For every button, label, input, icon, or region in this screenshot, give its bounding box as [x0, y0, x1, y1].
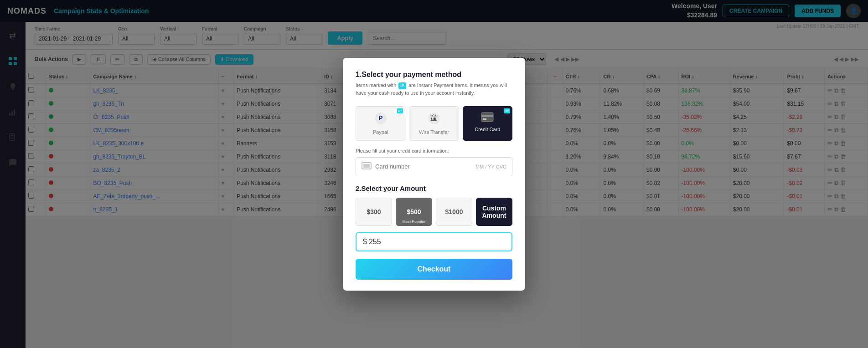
paypal-label: Paypal	[373, 129, 388, 135]
checkout-button[interactable]: Checkout	[356, 259, 512, 280]
card-input-row: MM / YY CVC	[356, 157, 512, 176]
wire-icon: 🏛	[428, 112, 440, 128]
card-note: Please fill out your credit card informa…	[356, 148, 512, 154]
payment-methods: P Paypal IP 🏛 Wire Transfer	[356, 106, 512, 141]
credit-card-icon	[481, 112, 494, 125]
paypal-ip-badge: IP	[397, 108, 403, 113]
svg-rect-21	[483, 118, 486, 120]
custom-amount-input-wrap: $	[356, 232, 512, 251]
card-number-input[interactable]	[375, 163, 472, 170]
credit-card-button[interactable]: Credit Card IP	[463, 106, 512, 141]
wire-transfer-button[interactable]: 🏛 Wire Transfer	[409, 106, 459, 141]
wire-label: Wire Transfer	[419, 129, 449, 135]
currency-prefix: $	[363, 238, 367, 246]
custom-amount-input[interactable]	[369, 238, 505, 246]
modal-step2-label: 2.Select your Amount	[356, 184, 512, 192]
modal-step1-note: Items marked with IP are Instant Payment…	[356, 82, 512, 97]
popular-tag: Most Popular	[403, 220, 426, 224]
ip-badge: IP	[398, 82, 406, 90]
amount-500-button[interactable]: $500 Most Popular	[396, 198, 432, 226]
svg-text:P: P	[378, 114, 382, 122]
card-chip-icon	[362, 162, 372, 171]
modal-step1-label: 1.Select your payment method	[356, 71, 512, 79]
svg-rect-20	[481, 115, 493, 117]
amount-300-button[interactable]: $300	[356, 198, 392, 226]
svg-text:🏛: 🏛	[430, 114, 438, 122]
credit-ip-badge: IP	[504, 108, 510, 113]
modal-overlay: 1.Select your payment method Items marke…	[0, 0, 868, 348]
paypal-button[interactable]: P Paypal IP	[356, 106, 405, 141]
custom-amount-button[interactable]: Custom Amount	[476, 198, 512, 226]
card-meta: MM / YY CVC	[475, 164, 506, 169]
amount-1000-button[interactable]: $1000	[436, 198, 472, 226]
paypal-icon: P	[374, 112, 387, 128]
amount-buttons: $300 $500 Most Popular $1000 Custom Amou…	[356, 198, 512, 226]
payment-modal: 1.Select your payment method Items marke…	[343, 58, 525, 291]
svg-rect-23	[363, 164, 370, 168]
credit-card-label: Credit Card	[475, 127, 500, 132]
